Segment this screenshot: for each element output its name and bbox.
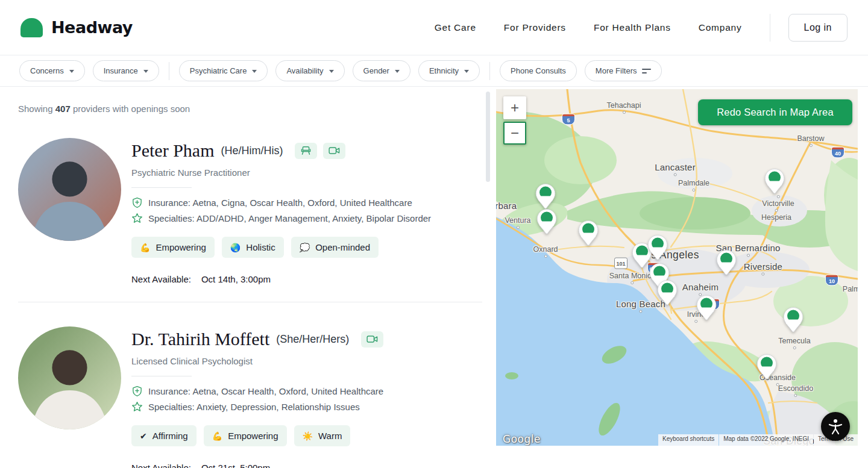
provider-pronouns: (She/Her/Hers) xyxy=(276,333,349,346)
results-scrollbar[interactable] xyxy=(486,92,490,182)
filter-pill-phone-consults[interactable]: Phone Consults xyxy=(500,60,577,81)
map-pin[interactable] xyxy=(716,249,737,276)
city-dot xyxy=(517,226,520,229)
map-pin[interactable] xyxy=(696,295,717,321)
city-dot xyxy=(693,189,696,192)
trait-badges: ✔Affirming💪Empowering☀️Warm xyxy=(131,425,383,446)
us-route-shield-101: 101 xyxy=(614,258,627,269)
map-zoom-in-button[interactable]: + xyxy=(503,96,526,119)
accessibility-button[interactable] xyxy=(821,412,850,441)
map-label-temecula: Temecula xyxy=(778,337,811,345)
provider-card[interactable]: Peter Pham (He/Him/His) Psychiatric Nurs… xyxy=(18,138,486,284)
next-available-label: Next Available: xyxy=(131,463,191,468)
trait-badge-empowering: 💪Empowering xyxy=(131,237,215,258)
filter-lines-icon xyxy=(642,69,651,73)
results-panel: Showing 407 providers with openings soon… xyxy=(0,87,486,468)
map-zoom-out-button[interactable]: − xyxy=(503,122,526,145)
map-pin[interactable] xyxy=(756,354,777,380)
city-dot xyxy=(793,346,796,349)
filter-pill-label: Phone Consults xyxy=(511,66,566,75)
map-label-oxnard: Oxnard xyxy=(533,245,558,254)
specialties-star-icon xyxy=(131,401,143,413)
map-label-ventura: Ventura xyxy=(505,216,530,225)
provider-photo[interactable] xyxy=(18,138,121,241)
interstate-shield-5: 5 xyxy=(562,114,575,125)
provider-list: Peter Pham (He/Him/His) Psychiatric Nurs… xyxy=(18,138,486,468)
provider-card-divider xyxy=(18,302,482,302)
map-label-anaheim: Anaheim xyxy=(682,282,719,292)
filter-pill-label: Availability xyxy=(286,66,323,75)
insurance-shield-icon xyxy=(131,197,143,208)
redo-search-button[interactable]: Redo Search in Map Area xyxy=(698,99,852,125)
insurance-list: Insurance: Aetna, Oscar Health, Oxford, … xyxy=(148,386,383,396)
map-pin[interactable] xyxy=(764,168,785,195)
chevron-down-icon xyxy=(252,70,257,73)
nav-item-for-providers[interactable]: For Providers xyxy=(504,22,566,33)
provider-card[interactable]: Dr. Tahirih Moffett (She/Her/Hers) Licen… xyxy=(18,326,486,468)
filter-pill-label: Gender xyxy=(363,66,389,75)
trait-badge-label: Empowering xyxy=(156,242,206,252)
session-format-chips xyxy=(295,143,345,159)
results-count: 407 xyxy=(55,104,71,114)
chevron-down-icon xyxy=(329,70,334,73)
map-pin[interactable] xyxy=(657,279,678,306)
next-available-value: Oct 21st, 5:00pm xyxy=(201,463,270,468)
filter-pill-psychiatric-care[interactable]: Psychiatric Care xyxy=(179,60,268,81)
trait-badges: 💪Empowering🌏Holistic💭Open-minded xyxy=(131,237,431,258)
filter-pill-insurance[interactable]: Insurance xyxy=(93,60,159,81)
attribution-keyboard-shortcuts[interactable]: Keyboard shortcuts xyxy=(658,434,719,446)
map-pin[interactable] xyxy=(783,307,804,333)
map-label-escondido: Escondido xyxy=(778,384,813,393)
map-pin[interactable] xyxy=(578,220,599,246)
card-divider-small xyxy=(131,376,192,376)
next-available-label: Next Available: xyxy=(131,274,191,284)
trait-badge-open-minded: 💭Open-minded xyxy=(291,237,379,258)
city-dot xyxy=(776,195,779,198)
city-dot xyxy=(761,273,764,276)
provider-photo[interactable] xyxy=(18,326,121,429)
map-label-barstow: Barstow xyxy=(797,134,824,143)
map-label-palmdale: Palmdale xyxy=(678,179,709,187)
nav-item-for-health-plans[interactable]: For Health Plans xyxy=(594,22,671,33)
city-dot xyxy=(674,173,677,176)
filter-bar: ConcernsInsurancePsychiatric CareAvailab… xyxy=(0,55,868,87)
interstate-shield-40: 40 xyxy=(831,147,844,158)
map-label-riverside: Riverside xyxy=(744,261,782,272)
filter-pill-ethnicity[interactable]: Ethnicity xyxy=(418,60,480,81)
nav-item-company[interactable]: Company xyxy=(699,22,742,33)
provider-name[interactable]: Peter Pham xyxy=(131,140,214,161)
trait-badge-holistic: 🌏Holistic xyxy=(222,237,284,258)
city-dot xyxy=(794,394,797,397)
filter-pill-gender[interactable]: Gender xyxy=(353,60,410,81)
map-label-santa-monica: Santa Monica xyxy=(609,272,655,280)
city-dot xyxy=(623,111,626,114)
results-summary: Showing 407 providers with openings soon xyxy=(18,104,486,114)
trait-badge-emoji: 💭 xyxy=(300,243,310,252)
map-pin[interactable] xyxy=(536,208,557,235)
chevron-down-icon xyxy=(395,70,400,73)
filter-pill-availability[interactable]: Availability xyxy=(275,60,344,81)
filter-pill-concerns[interactable]: Concerns xyxy=(19,60,85,81)
trait-badge-empowering: 💪Empowering xyxy=(204,425,287,446)
nav-item-get-care[interactable]: Get Care xyxy=(435,22,476,33)
headway-logo[interactable]: Headway xyxy=(20,18,133,37)
google-logo[interactable]: Google xyxy=(503,433,541,445)
map-pin[interactable] xyxy=(535,183,556,210)
session-chip-in-person xyxy=(295,143,317,159)
login-button[interactable]: Log in xyxy=(788,14,848,42)
main-nav: Get CareFor ProvidersFor Health PlansCom… xyxy=(435,22,742,33)
provider-name[interactable]: Dr. Tahirih Moffett xyxy=(131,329,269,349)
attribution-map-data-2022-google-inegi[interactable]: Map data ©2022 Google, INEGI xyxy=(719,434,813,446)
interstate-shield-10: 10 xyxy=(825,275,838,286)
insurance-shield-icon xyxy=(131,385,143,397)
trait-badge-label: Affirming xyxy=(153,431,188,441)
map-label-hesperia: Hesperia xyxy=(761,213,791,222)
city-dot xyxy=(544,255,547,258)
filter-pill-more-filters[interactable]: More Filters xyxy=(585,60,662,81)
map-panel[interactable]: TehachapiBarstowLancasterPalmdaleVictorv… xyxy=(496,89,858,446)
trait-badge-emoji: ☀️ xyxy=(303,431,313,441)
map-pin[interactable] xyxy=(647,234,668,261)
filter-pill-label: Psychiatric Care xyxy=(190,66,247,75)
provider-pronouns: (He/Him/His) xyxy=(221,145,283,157)
headway-logo-text: Headway xyxy=(51,18,133,37)
